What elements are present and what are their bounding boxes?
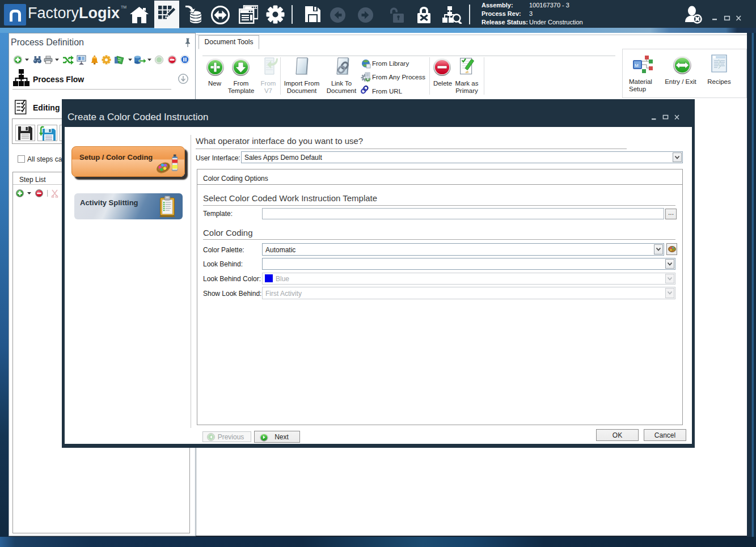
- svg-text:M: M: [635, 63, 639, 68]
